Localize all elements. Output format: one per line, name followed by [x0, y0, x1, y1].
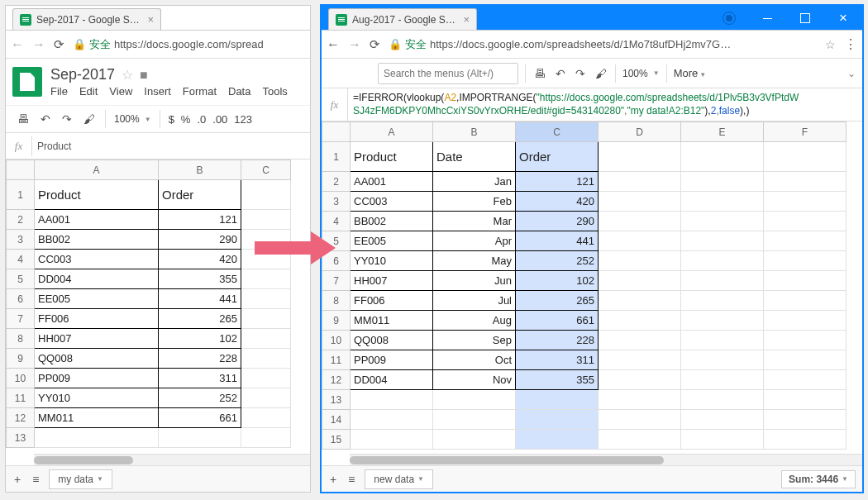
cell[interactable]	[516, 410, 599, 430]
row-header[interactable]: 9	[7, 349, 35, 369]
cell[interactable]: EE005	[35, 289, 159, 309]
menu-edit[interactable]: Edit	[79, 85, 98, 98]
cell[interactable]: Jul	[433, 291, 516, 311]
cell[interactable]	[681, 212, 764, 231]
row-header[interactable]: 8	[7, 329, 35, 349]
cell[interactable]	[764, 172, 847, 192]
cell[interactable]	[764, 410, 847, 430]
cell[interactable]	[764, 311, 847, 331]
cell[interactable]	[599, 231, 681, 251]
cell[interactable]	[599, 142, 681, 172]
cell[interactable]: 290	[159, 230, 241, 250]
cell[interactable]	[764, 291, 847, 311]
cell[interactable]	[241, 408, 291, 428]
cell[interactable]	[681, 231, 764, 251]
cell[interactable]: MM011	[35, 408, 159, 428]
cell[interactable]: Jan	[433, 172, 516, 192]
col-header-B[interactable]: B	[159, 160, 241, 180]
cell[interactable]	[599, 251, 681, 271]
row-header[interactable]: 12	[322, 370, 351, 390]
cell[interactable]	[241, 289, 291, 309]
row-header[interactable]: 3	[7, 230, 35, 250]
cell[interactable]	[599, 311, 681, 331]
zoom-dropdown[interactable]: 100%	[622, 68, 660, 79]
cell[interactable]	[764, 370, 847, 390]
cell[interactable]: Order	[159, 180, 241, 210]
cell[interactable]: BB002	[351, 212, 433, 231]
cell[interactable]: 252	[159, 388, 241, 408]
back-icon[interactable]: ←	[327, 37, 340, 52]
cell[interactable]	[681, 370, 764, 390]
cell[interactable]	[599, 291, 681, 311]
undo-icon[interactable]: ↶	[39, 112, 52, 126]
minimize-button[interactable]	[748, 6, 786, 31]
cell[interactable]: Oct	[433, 350, 516, 370]
profile-icon[interactable]	[710, 6, 748, 31]
cell[interactable]	[599, 212, 681, 231]
back-icon[interactable]: ←	[11, 37, 24, 52]
horizontal-scrollbar[interactable]	[34, 454, 310, 465]
reload-icon[interactable]: ⟳	[370, 37, 380, 52]
menu-search-input[interactable]	[378, 63, 518, 84]
row-header[interactable]: 14	[322, 410, 351, 430]
cell[interactable]: EE005	[351, 231, 433, 251]
cell[interactable]	[681, 271, 764, 291]
cell[interactable]	[599, 350, 681, 370]
cell[interactable]	[241, 369, 291, 388]
folder-icon[interactable]: ■	[140, 68, 148, 83]
cell[interactable]	[516, 390, 599, 410]
browser-tab[interactable]: Aug-2017 - Google Sh… ×	[328, 8, 477, 30]
row-header[interactable]: 3	[322, 192, 351, 212]
cell[interactable]: HH007	[35, 329, 159, 349]
cell[interactable]	[159, 428, 241, 448]
cell[interactable]: 441	[516, 231, 599, 251]
col-header-A[interactable]: A	[35, 160, 159, 180]
redo-icon[interactable]: ↷	[60, 112, 74, 126]
spreadsheet-grid[interactable]: ABC1ProductOrder2AA0011213BB0022904CC003…	[6, 160, 310, 465]
collapse-toolbar-icon[interactable]: ⌄	[847, 68, 856, 79]
all-sheets-icon[interactable]: ≡	[346, 473, 356, 486]
horizontal-scrollbar[interactable]	[350, 454, 862, 465]
cell[interactable]: Feb	[433, 192, 516, 212]
formula-input[interactable]: Product	[32, 139, 310, 154]
cell[interactable]	[681, 142, 764, 172]
row-header[interactable]: 10	[7, 369, 35, 388]
format-$[interactable]: $	[169, 113, 174, 126]
url-field[interactable]: 🔒 安全 https://docs.google.com/spread	[73, 37, 305, 52]
cell[interactable]: FF006	[35, 309, 159, 329]
cell[interactable]	[241, 329, 291, 349]
row-header[interactable]: 7	[322, 271, 351, 291]
row-header[interactable]: 13	[322, 390, 351, 410]
cell[interactable]	[764, 350, 847, 370]
zoom-dropdown[interactable]: 100%	[114, 113, 151, 125]
cell[interactable]	[681, 331, 764, 350]
row-header[interactable]: 10	[322, 331, 351, 350]
cell[interactable]: QQ008	[351, 331, 433, 350]
formula-bar[interactable]: fx Product	[6, 133, 310, 160]
row-header[interactable]: 15	[322, 430, 351, 450]
cell[interactable]: 265	[159, 309, 241, 329]
cell[interactable]	[681, 430, 764, 450]
paint-format-icon[interactable]: 🖌	[82, 112, 97, 126]
bookmark-star-icon[interactable]: ☆	[825, 38, 836, 51]
spreadsheet-grid[interactable]: ABCDEF1ProductDateOrder2AA001Jan1213CC00…	[322, 121, 862, 465]
col-header-C[interactable]: C	[516, 122, 599, 142]
cell[interactable]: PP009	[35, 369, 159, 388]
cell[interactable]: Order	[516, 142, 599, 172]
cell[interactable]: CC003	[35, 250, 159, 269]
cell[interactable]	[599, 410, 681, 430]
cell[interactable]	[599, 430, 681, 450]
cell[interactable]: Apr	[433, 231, 516, 251]
cell[interactable]: PP009	[351, 350, 433, 370]
cell[interactable]: Mar	[433, 212, 516, 231]
format-.00[interactable]: .00	[212, 113, 227, 126]
cell[interactable]	[241, 210, 291, 230]
menu-view[interactable]: View	[109, 85, 132, 98]
quicksum-display[interactable]: Sum: 3446 ▼	[781, 470, 856, 488]
cell[interactable]	[35, 428, 159, 448]
cell[interactable]	[599, 390, 681, 410]
cell[interactable]: Jun	[433, 271, 516, 291]
cell[interactable]: 311	[516, 350, 599, 370]
cell[interactable]	[764, 142, 847, 172]
redo-icon[interactable]: ↷	[574, 67, 587, 80]
